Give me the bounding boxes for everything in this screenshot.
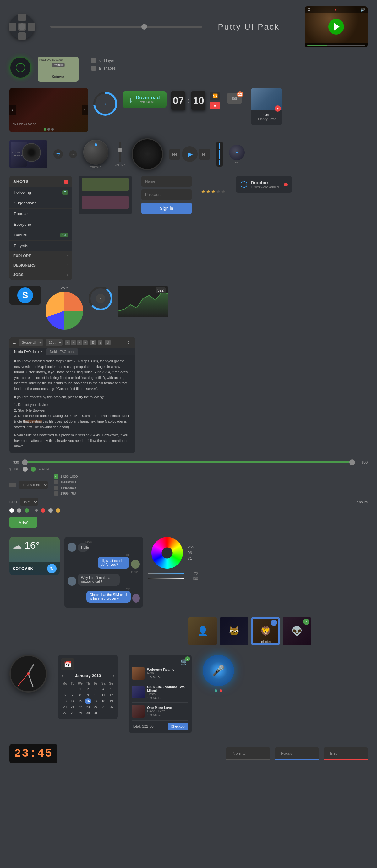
hamburger-icon[interactable] xyxy=(58,181,63,181)
cal-day-21[interactable]: 21 xyxy=(69,705,76,710)
volume-icon[interactable]: 🔊 xyxy=(361,7,365,12)
main-slider[interactable] xyxy=(50,26,202,28)
view-button[interactable]: View xyxy=(9,517,37,528)
dpad-widget[interactable] xyxy=(9,14,35,39)
cal-day-16-today[interactable]: 16 xyxy=(84,699,92,704)
cal-day-9[interactable]: 9 xyxy=(84,692,92,698)
cal-day-22[interactable]: 22 xyxy=(77,705,84,710)
all-shapes-tool[interactable]: all shapes xyxy=(91,66,115,71)
color-dot-green[interactable] xyxy=(25,508,29,513)
cal-day-14[interactable]: 14 xyxy=(69,699,76,704)
font-size-selector[interactable]: 16pt xyxy=(45,339,63,346)
star-5[interactable]: ★ xyxy=(221,189,226,195)
menu-close-btn[interactable] xyxy=(64,180,68,184)
color-dot-red[interactable] xyxy=(41,508,45,513)
sort-layer-tool[interactable]: sort layer xyxy=(91,58,115,63)
cal-day-7[interactable]: 7 xyxy=(69,692,76,698)
profile-heart-btn[interactable]: ♥ xyxy=(275,105,281,112)
forward-button[interactable]: ⏭ xyxy=(199,149,210,160)
sidebar-item-everyone[interactable]: Everyone xyxy=(9,219,72,230)
range-thumb-left[interactable] xyxy=(22,460,28,465)
color-dot-white[interactable] xyxy=(9,508,14,513)
cal-day-25[interactable]: 25 xyxy=(100,705,107,710)
cal-day-30[interactable]: 30 xyxy=(84,710,92,716)
password-input[interactable] xyxy=(141,189,192,200)
gpu-dropdown[interactable]: Inlet xyxy=(20,498,38,506)
res-checkbox-2[interactable]: 1600×900 xyxy=(54,480,78,484)
saturation-slider[interactable] xyxy=(148,573,184,574)
thumb-item-3[interactable]: 🦁 ✓ selected xyxy=(251,617,280,645)
cal-day-1[interactable]: 1 xyxy=(77,686,84,692)
cal-day-11[interactable]: 11 xyxy=(100,692,107,698)
color-dot-yellow[interactable] xyxy=(56,508,60,513)
cal-day-23[interactable]: 23 xyxy=(84,705,92,710)
star-1[interactable]: ★ xyxy=(201,189,205,195)
align-center-btn[interactable]: ≡ xyxy=(71,340,76,345)
range-slider-bar[interactable] xyxy=(22,461,355,463)
sidebar-designers[interactable]: DESIGNERS › xyxy=(9,261,72,270)
tab-nokia-faq-2[interactable]: Nokia FAQ.docx xyxy=(46,348,78,355)
tab-close-icon[interactable]: ✕ xyxy=(40,350,43,353)
scroll-list[interactable] xyxy=(78,176,132,214)
cal-day-31[interactable]: 31 xyxy=(92,710,99,716)
movie-nav-left[interactable]: ‹ xyxy=(9,105,16,115)
thumb-item-2[interactable]: 🐱 hover xyxy=(220,617,248,645)
brightness-slider[interactable] xyxy=(148,578,184,579)
center-knob-widget[interactable] xyxy=(88,286,113,311)
cal-day-24[interactable]: 24 xyxy=(92,705,99,710)
scroll-item-2[interactable] xyxy=(78,194,132,212)
res-checkbox-4[interactable]: 1366×768 xyxy=(54,491,78,496)
checkbox-1440[interactable] xyxy=(54,486,59,490)
justify-btn[interactable]: ≡ xyxy=(83,340,88,345)
volume-thumb[interactable] xyxy=(118,148,122,152)
star-2[interactable]: ★ xyxy=(206,189,210,195)
clock-icon-btn[interactable]: 🔁 xyxy=(210,92,219,100)
error-input-field[interactable]: Error xyxy=(323,747,368,760)
tab-nokia-faq-1[interactable]: Nokia FAQ.docx ✕ xyxy=(11,348,46,355)
sidebar-jobs[interactable]: JOBS › xyxy=(9,270,72,280)
skype-widget[interactable]: S xyxy=(9,286,41,305)
align-left-btn[interactable]: ≡ xyxy=(65,340,70,345)
video-progress-bar[interactable] xyxy=(307,45,365,45)
cal-day-28[interactable]: 28 xyxy=(69,710,76,716)
fm-knob[interactable] xyxy=(229,145,245,160)
sidebar-item-debuts[interactable]: Debuts 14 xyxy=(9,230,72,241)
stop-btn[interactable]: ■ xyxy=(210,101,219,110)
dropbox-close-btn[interactable] xyxy=(284,183,288,186)
cal-next-btn[interactable]: › xyxy=(113,673,115,679)
gear-icon[interactable]: ⚙ xyxy=(307,7,311,12)
color-wheel[interactable] xyxy=(151,537,183,568)
cal-day-15[interactable]: 15 xyxy=(77,699,84,704)
star-4[interactable]: ★ xyxy=(216,189,220,195)
currency-toggle-right[interactable] xyxy=(31,467,36,472)
cal-day-3[interactable]: 3 xyxy=(92,686,99,692)
siri-widget[interactable]: 🎤 xyxy=(203,655,234,686)
cal-day-2[interactable]: 2 xyxy=(84,686,92,692)
name-input[interactable] xyxy=(141,176,192,187)
color-dot-gray-2[interactable] xyxy=(48,508,53,513)
res-checkbox-1[interactable]: 1920×1080 xyxy=(54,474,78,479)
normal-input-field[interactable]: Normal xyxy=(226,747,270,760)
cal-day-26[interactable]: 26 xyxy=(107,705,115,710)
movie-nav-right[interactable]: › xyxy=(82,105,88,115)
weather-refresh-btn[interactable]: ↻ xyxy=(47,564,57,573)
res-checkbox-3[interactable]: 1440×900 xyxy=(54,486,78,490)
scroll-item-1[interactable] xyxy=(78,176,132,194)
play-pause-button[interactable]: ▶ xyxy=(182,146,198,162)
range-thumb-right[interactable] xyxy=(349,460,355,465)
scroll-item-3[interactable] xyxy=(78,212,132,214)
heart-icon[interactable]: ♥ xyxy=(334,7,337,12)
cal-day-29[interactable]: 29 xyxy=(77,710,84,716)
cal-day-27[interactable]: 27 xyxy=(61,710,68,716)
checkbox-1920[interactable] xyxy=(54,474,59,479)
cal-day-6[interactable]: 6 xyxy=(61,692,68,698)
color-dot-gray[interactable] xyxy=(17,508,21,513)
mail-widget[interactable]: ✉ 12 xyxy=(228,93,242,104)
bold-btn[interactable]: B xyxy=(90,340,96,345)
sidebar-item-following[interactable]: Following 7 xyxy=(9,187,72,198)
font-selector[interactable]: Segoe UI xyxy=(19,339,43,346)
cal-day-20[interactable]: 20 xyxy=(61,705,68,710)
star-3[interactable]: ★ xyxy=(211,189,215,195)
cal-day-17[interactable]: 17 xyxy=(92,699,99,704)
map-widget[interactable]: Krasnoye Bogatoe I'm here Kotovsk xyxy=(38,57,78,82)
